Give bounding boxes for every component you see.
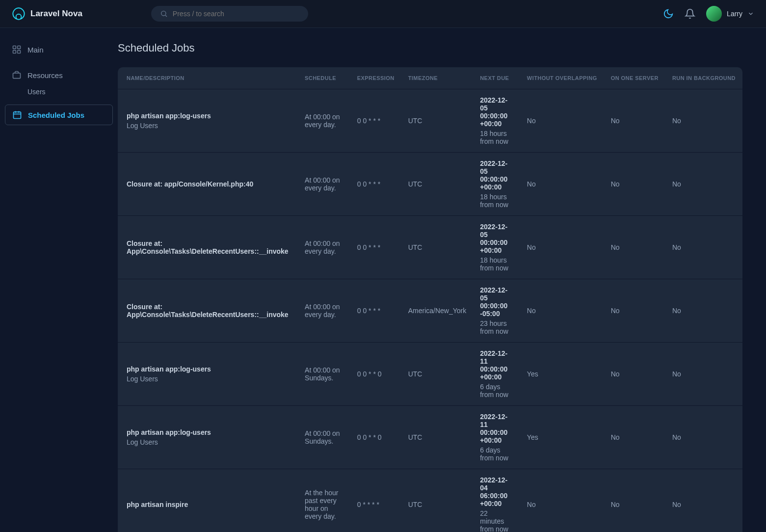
sidebar-item-users[interactable]: Users <box>5 85 113 99</box>
header-actions: Larry <box>663 6 754 22</box>
briefcase-icon <box>12 70 22 80</box>
cell-schedule: At 00:00 on every day. <box>298 153 350 216</box>
cell-expression: 0 0 * * 0 <box>350 406 401 469</box>
col-without-overlapping: WITHOUT OVERLAPPING <box>520 67 604 89</box>
cell-without-overlapping: No <box>520 279 604 343</box>
jobs-table: NAME/DESCRIPTION SCHEDULE EXPRESSION TIM… <box>118 67 742 532</box>
cell-name: Closure at: app/Console/Kernel.php:40 <box>118 153 298 216</box>
sidebar-item-label: Users <box>27 88 46 96</box>
svg-rect-2 <box>13 46 16 49</box>
table-row: php artisan app:log-usersLog UsersAt 00:… <box>118 406 742 469</box>
cell-name: Closure at: App\Console\Tasks\DeleteRece… <box>118 216 298 279</box>
moon-icon <box>663 8 674 19</box>
cell-one-server: No <box>604 89 665 153</box>
user-menu[interactable]: Larry <box>706 6 754 22</box>
sidebar: Main Resources Users Scheduled Jobs <box>0 28 118 532</box>
sidebar-item-label: Main <box>27 46 44 54</box>
cell-timezone: UTC <box>401 153 474 216</box>
cell-expression: 0 0 * * * <box>350 153 401 216</box>
cell-one-server: No <box>604 153 665 216</box>
col-background: RUN IN BACKGROUND <box>665 67 742 89</box>
sidebar-item-resources[interactable]: Resources <box>5 65 113 85</box>
cell-without-overlapping: Yes <box>520 406 604 469</box>
nova-logo-icon <box>12 7 26 21</box>
cell-one-server: No <box>604 343 665 406</box>
avatar <box>706 6 722 22</box>
search-input[interactable] <box>173 10 299 18</box>
cell-background: No <box>665 89 742 153</box>
cell-expression: 0 0 * * * <box>350 279 401 343</box>
search-box[interactable] <box>151 6 308 22</box>
cell-next-due: 2022-12-11 00:00:00 +00:006 days from no… <box>473 406 520 469</box>
svg-rect-6 <box>13 73 21 79</box>
cell-background: No <box>665 216 742 279</box>
cell-expression: 0 0 * * * <box>350 216 401 279</box>
cell-next-due: 2022-12-04 06:00:00 +00:0022 minutes fro… <box>473 469 520 532</box>
page-title: Scheduled Jobs <box>118 42 742 54</box>
cell-one-server: No <box>604 469 665 532</box>
cell-expression: 0 * * * * <box>350 469 401 532</box>
cell-background: No <box>665 153 742 216</box>
main-content: Scheduled Jobs NAME/DESCRIPTION SCHEDULE… <box>118 28 766 532</box>
cell-background: No <box>665 406 742 469</box>
table-row: Closure at: App\Console\Tasks\DeleteRece… <box>118 279 742 343</box>
col-expression: EXPRESSION <box>350 67 401 89</box>
cell-timezone: UTC <box>401 216 474 279</box>
search-icon <box>160 10 168 18</box>
cell-name: php artisan app:log-usersLog Users <box>118 406 298 469</box>
cell-timezone: UTC <box>401 89 474 153</box>
cell-next-due: 2022-12-05 00:00:00 +00:0018 hours from … <box>473 216 520 279</box>
col-next-due: NEXT DUE <box>473 67 520 89</box>
sidebar-item-label: Scheduled Jobs <box>28 111 84 119</box>
jobs-table-card: NAME/DESCRIPTION SCHEDULE EXPRESSION TIM… <box>118 67 742 532</box>
cell-next-due: 2022-12-05 00:00:00 -05:0023 hours from … <box>473 279 520 343</box>
brand-text: Laravel Nova <box>30 9 82 19</box>
cell-expression: 0 0 * * 0 <box>350 343 401 406</box>
cell-next-due: 2022-12-11 00:00:00 +00:006 days from no… <box>473 343 520 406</box>
svg-point-0 <box>161 11 166 16</box>
cell-schedule: At 00:00 on Sundays. <box>298 343 350 406</box>
table-row: php artisan app:log-usersLog UsersAt 00:… <box>118 89 742 153</box>
svg-rect-7 <box>14 112 21 118</box>
cell-schedule: At 00:00 on every day. <box>298 279 350 343</box>
cell-without-overlapping: No <box>520 89 604 153</box>
svg-line-1 <box>165 15 167 17</box>
cell-name: Closure at: App\Console\Tasks\DeleteRece… <box>118 279 298 343</box>
table-row: Closure at: App\Console\Tasks\DeleteRece… <box>118 216 742 279</box>
cell-without-overlapping: No <box>520 469 604 532</box>
sidebar-item-scheduled-jobs[interactable]: Scheduled Jobs <box>5 105 113 125</box>
cell-one-server: No <box>604 279 665 343</box>
cell-timezone: America/New_York <box>401 279 474 343</box>
grid-icon <box>12 45 22 54</box>
cell-expression: 0 0 * * * <box>350 89 401 153</box>
cell-without-overlapping: No <box>520 216 604 279</box>
col-timezone: TIMEZONE <box>401 67 474 89</box>
cell-name: php artisan app:log-usersLog Users <box>118 343 298 406</box>
svg-rect-4 <box>13 51 16 53</box>
theme-toggle[interactable] <box>663 8 674 19</box>
cell-without-overlapping: No <box>520 153 604 216</box>
bell-icon <box>685 8 695 19</box>
col-name: NAME/DESCRIPTION <box>118 67 298 89</box>
cell-background: No <box>665 343 742 406</box>
cell-schedule: At the hour past every hour on every day… <box>298 469 350 532</box>
cell-timezone: UTC <box>401 343 474 406</box>
calendar-icon <box>12 110 22 120</box>
cell-next-due: 2022-12-05 00:00:00 +00:0018 hours from … <box>473 153 520 216</box>
app-header: Laravel Nova Larry <box>0 0 766 28</box>
svg-rect-5 <box>18 51 21 53</box>
svg-rect-3 <box>18 46 21 49</box>
col-schedule: SCHEDULE <box>298 67 350 89</box>
brand[interactable]: Laravel Nova <box>12 7 82 21</box>
user-name: Larry <box>727 10 742 18</box>
table-row: php artisan inspireAt the hour past ever… <box>118 469 742 532</box>
cell-one-server: No <box>604 406 665 469</box>
cell-next-due: 2022-12-05 00:00:00 +00:0018 hours from … <box>473 89 520 153</box>
cell-one-server: No <box>604 216 665 279</box>
cell-schedule: At 00:00 on every day. <box>298 89 350 153</box>
cell-background: No <box>665 469 742 532</box>
sidebar-item-main[interactable]: Main <box>5 40 113 59</box>
table-row: Closure at: app/Console/Kernel.php:40At … <box>118 153 742 216</box>
notifications-button[interactable] <box>685 8 695 19</box>
cell-name: php artisan inspire <box>118 469 298 532</box>
